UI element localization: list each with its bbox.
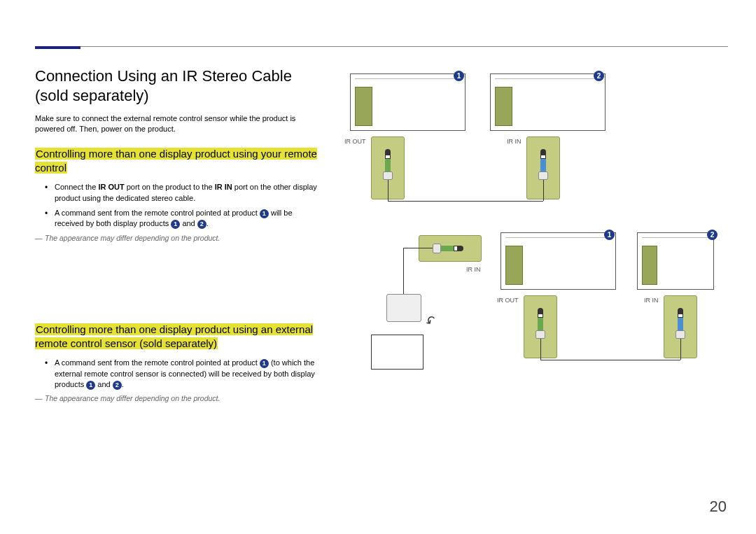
intro-text: Make sure to connect the external remote…: [35, 113, 322, 134]
bold-text: IR OUT: [98, 183, 124, 191]
text: .: [122, 380, 124, 388]
ir-out-label: IR OUT: [497, 297, 519, 304]
text: A command sent from the remote control p…: [55, 358, 260, 367]
jack-green-icon: [536, 308, 545, 339]
cable-line: [403, 248, 433, 248]
note-text: The appearance may differ depending on t…: [35, 394, 322, 402]
port-region: [642, 246, 657, 285]
highlight-text: Controlling more than one display produc…: [35, 148, 317, 174]
badge-1-icon: 1: [260, 359, 269, 368]
bullet-item: A command sent from the remote control p…: [55, 208, 322, 230]
badge-1-icon: 1: [86, 381, 95, 390]
badge-1-icon: 1: [260, 209, 269, 218]
arrow-icon: ↶: [422, 312, 440, 331]
highlight-text: Controlling more than one display produc…: [35, 323, 313, 349]
badge-1-icon: 1: [171, 220, 180, 229]
page-number: 20: [710, 498, 727, 516]
cable-line: [680, 339, 681, 360]
jack-blue-icon: [676, 308, 685, 339]
text: and: [180, 219, 197, 227]
port-region: [355, 87, 372, 126]
cable-line: [540, 360, 680, 360]
bullet-list-2: A command sent from the remote control p…: [35, 358, 322, 390]
display-box-2: [637, 232, 714, 290]
diagram-1: 1 2 IR OUT IR IN: [343, 66, 728, 217]
ir-in-label: IR IN: [644, 297, 659, 304]
badge-2-icon: 2: [594, 71, 604, 81]
diagram-2: 1 2 IR IN ↶ IR OUT IR IN: [343, 230, 728, 405]
cable-line: [540, 339, 541, 360]
display-box-1: [350, 73, 465, 131]
display-box-2: [490, 73, 606, 131]
ir-in-label: IR IN: [466, 266, 481, 273]
jack-blue-icon: [538, 149, 548, 180]
page-content: Connection Using an IR Stereo Cable (sol…: [35, 66, 728, 405]
bold-text: IR IN: [215, 183, 232, 191]
badge-2-icon: 2: [707, 230, 718, 240]
section-title: Connection Using an IR Stereo Cable (sol…: [35, 66, 322, 105]
ir-sensor-icon: [386, 294, 421, 322]
text: A command sent from the remote control p…: [55, 209, 260, 217]
port-region: [505, 246, 523, 285]
accent-bar: [35, 46, 80, 49]
badge-2-icon: 2: [113, 381, 122, 390]
header-rule: [35, 46, 728, 47]
bullet-list-1: Connect the IR OUT port on the product t…: [35, 182, 322, 230]
sub-heading-1: Controlling more than one display produc…: [35, 147, 322, 176]
ir-out-label: IR OUT: [344, 138, 366, 145]
cable-line: [388, 201, 543, 202]
text: .: [206, 219, 209, 227]
bullet-item: Connect the IR OUT port on the product t…: [55, 182, 322, 204]
section-2: Controlling more than one display produc…: [35, 323, 322, 403]
text: Connect the: [55, 183, 98, 191]
sub-heading-2: Controlling more than one display produc…: [35, 323, 322, 351]
badge-1-icon: 1: [604, 230, 615, 240]
jack-green-icon: [383, 149, 393, 180]
right-column: 1 2 IR OUT IR IN: [343, 66, 728, 405]
cable-line: [403, 248, 404, 294]
jack-green-horiz-icon: [433, 244, 463, 253]
left-column: Connection Using an IR Stereo Cable (sol…: [35, 66, 322, 405]
note-text: The appearance may differ depending on t…: [35, 234, 322, 242]
badge-2-icon: 2: [197, 220, 206, 229]
bullet-item: A command sent from the remote control p…: [55, 358, 322, 390]
ir-in-label: IR IN: [507, 138, 522, 145]
text: port on the product to the: [125, 183, 215, 191]
cable-line: [388, 180, 388, 201]
cable-line: [543, 180, 544, 201]
port-region: [495, 87, 512, 126]
remote-control-icon: [371, 335, 424, 370]
text: and: [95, 380, 112, 388]
display-box-1: [500, 232, 616, 290]
badge-1-icon: 1: [454, 71, 464, 81]
